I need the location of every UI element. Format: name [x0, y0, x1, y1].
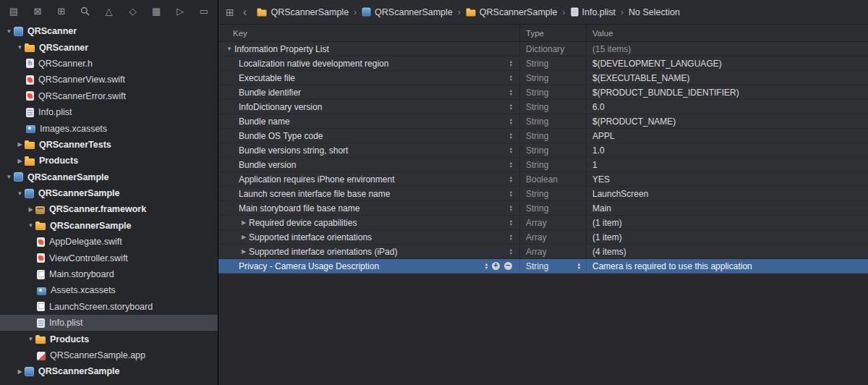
plist-value-cell[interactable]: $(PRODUCT_BUNDLE_IDENTIFIER)	[586, 85, 867, 99]
plist-type-cell[interactable]: String	[519, 114, 586, 128]
file-tree-item[interactable]: ▼QRScannerSample	[0, 169, 218, 185]
plist-type-cell[interactable]: Array	[519, 245, 586, 258]
key-stepper-icon[interactable]: ▴▾	[510, 234, 512, 240]
plist-value-cell[interactable]: $(DEVELOPMENT_LANGUAGE)	[586, 56, 867, 70]
plist-type-cell[interactable]: String	[519, 143, 586, 157]
plist-row[interactable]: Bundle version▴▾String1	[218, 158, 868, 172]
key-stepper-icon[interactable]: ▴▾	[510, 118, 512, 124]
file-tree-item[interactable]: QRScannerSample.app	[0, 347, 218, 363]
disclosure-triangle-icon[interactable]: ▶	[15, 158, 25, 164]
disclosure-triangle-icon[interactable]: ▶	[239, 248, 249, 255]
breadcrumb-item[interactable]: QRScannerSample	[466, 7, 558, 17]
file-tree-item[interactable]: ▼QRScanner	[0, 23, 218, 39]
disclosure-triangle-icon[interactable]: ▼	[4, 28, 14, 35]
plist-type-cell[interactable]: String	[519, 201, 586, 215]
key-stepper-icon[interactable]: ▴▾	[510, 132, 512, 139]
plist-value-cell[interactable]: YES	[586, 172, 867, 186]
plist-value-cell[interactable]: $(EXECUTABLE_NAME)	[586, 71, 867, 85]
plist-row[interactable]: ▼Information Property ListDictionary(15 …	[218, 42, 868, 56]
disclosure-triangle-icon[interactable]: ▼	[15, 44, 25, 51]
plist-row[interactable]: Localization native development region▴▾…	[218, 56, 868, 71]
key-stepper-icon[interactable]: ▴▾	[510, 219, 512, 226]
file-tree-item[interactable]: QRScannerError.swift	[0, 88, 218, 104]
disclosure-triangle-icon[interactable]: ▶	[239, 234, 249, 240]
plist-value-cell[interactable]: $(PRODUCT_NAME)	[586, 114, 867, 128]
disclosure-triangle-icon[interactable]: ▶	[26, 206, 35, 213]
plist-row[interactable]: ▶Supported interface orientations (iPad)…	[218, 245, 868, 259]
key-stepper-icon[interactable]: ▴▾	[510, 89, 512, 96]
plist-value-cell[interactable]: Main	[586, 201, 867, 215]
disclosure-triangle-icon[interactable]: ▼	[224, 46, 234, 52]
file-tree-item[interactable]: Info.plist	[0, 104, 218, 120]
plist-value-cell[interactable]: (15 items)	[586, 42, 867, 56]
file-tree-item[interactable]: Assets.xcassets	[0, 282, 218, 298]
file-tree-item[interactable]: ▶QRScanner.framework	[0, 201, 218, 217]
breadcrumb-item[interactable]: QRScannerSample	[257, 7, 349, 17]
source-control-icon[interactable]: ⊠	[32, 6, 43, 17]
file-tree-item[interactable]: QRScanner.h	[0, 56, 218, 72]
key-stepper-icon[interactable]: ▴▾	[510, 75, 512, 81]
file-tree-item[interactable]: ▼Products	[0, 331, 218, 347]
plist-type-cell[interactable]: String▴▾	[519, 259, 586, 273]
disclosure-triangle-icon[interactable]: ▶	[239, 219, 249, 226]
plist-type-cell[interactable]: String	[519, 56, 586, 70]
file-tree-item[interactable]: Info.plist	[0, 315, 218, 331]
plist-row[interactable]: Main storyboard file base name▴▾StringMa…	[218, 201, 868, 216]
key-stepper-icon[interactable]: ▴▾	[510, 176, 512, 182]
file-tree-item[interactable]: ViewController.swift	[0, 250, 218, 266]
key-stepper-icon[interactable]: ▴▾	[485, 263, 488, 269]
file-tree-item[interactable]: Images.xcassets	[0, 120, 218, 136]
file-tree-item[interactable]: AppDelegate.swift	[0, 234, 218, 250]
plist-row[interactable]: Privacy - Camera Usage Description▴▾+−St…	[218, 259, 868, 274]
breadcrumb-item[interactable]: No Selection	[629, 7, 680, 17]
file-tree-item[interactable]: ▼QRScannerSample	[0, 218, 218, 234]
plist-type-cell[interactable]: Array	[519, 230, 586, 244]
test-navigator-icon[interactable]: ◇	[127, 6, 138, 17]
plist-type-cell[interactable]: Dictionary	[519, 42, 586, 56]
disclosure-triangle-icon[interactable]: ▼	[26, 222, 35, 229]
column-header-key[interactable]: Key	[218, 25, 519, 41]
plist-row[interactable]: ▶Required device capabilities▴▾Array(1 i…	[218, 216, 868, 230]
plist-type-cell[interactable]: String	[519, 100, 586, 114]
report-navigator-icon[interactable]: ▭	[198, 6, 210, 17]
project-navigator-icon[interactable]: ▤	[8, 6, 20, 17]
plist-row[interactable]: Bundle identifier▴▾String$(PRODUCT_BUNDL…	[218, 85, 868, 100]
plist-type-cell[interactable]: Boolean	[519, 172, 586, 186]
plist-value-cell[interactable]: (1 item)	[586, 216, 867, 229]
plist-row[interactable]: Bundle OS Type code▴▾StringAPPL	[218, 129, 868, 143]
plist-value-cell[interactable]: 1	[586, 158, 867, 172]
key-stepper-icon[interactable]: ▴▾	[510, 60, 512, 67]
breadcrumb-item[interactable]: QRScannerSample	[362, 7, 453, 17]
plist-type-cell[interactable]: String	[519, 187, 586, 200]
debug-navigator-icon[interactable]: ▦	[150, 6, 162, 17]
file-tree-item[interactable]: Main.storyboard	[0, 266, 218, 282]
disclosure-triangle-icon[interactable]: ▼	[26, 336, 35, 342]
remove-row-button[interactable]: −	[504, 262, 512, 270]
plist-value-cell[interactable]: Camera is required to use this applicati…	[586, 259, 867, 273]
key-stepper-icon[interactable]: ▴▾	[510, 161, 512, 168]
disclosure-triangle-icon[interactable]: ▼	[4, 174, 14, 180]
disclosure-triangle-icon[interactable]: ▼	[15, 190, 25, 197]
plist-value-cell[interactable]: (1 item)	[586, 230, 867, 244]
plist-type-cell[interactable]: String	[519, 129, 586, 143]
back-button[interactable]: ‹	[243, 6, 247, 18]
plist-row[interactable]: Bundle name▴▾String$(PRODUCT_NAME)	[218, 114, 868, 129]
plist-row[interactable]: Application requires iPhone environment▴…	[218, 172, 868, 187]
key-stepper-icon[interactable]: ▴▾	[510, 103, 512, 110]
issue-navigator-icon[interactable]: △	[103, 6, 115, 17]
disclosure-triangle-icon[interactable]: ▶	[15, 368, 25, 375]
key-stepper-icon[interactable]: ▴▾	[510, 248, 512, 255]
type-dropdown-icon[interactable]: ▴▾	[578, 263, 580, 269]
file-tree-item[interactable]: LaunchScreen.storyboard	[0, 299, 218, 315]
column-header-value[interactable]: Value	[586, 25, 867, 41]
plist-value-cell[interactable]: (4 items)	[586, 245, 867, 258]
search-icon[interactable]	[80, 7, 91, 16]
file-tree-item[interactable]: ▶QRScannerSample	[0, 363, 218, 379]
plist-value-cell[interactable]: APPL	[586, 129, 867, 143]
plist-row[interactable]: Executable file▴▾String$(EXECUTABLE_NAME…	[218, 71, 868, 85]
file-tree-item[interactable]: ▼QRScanner	[0, 39, 218, 55]
disclosure-triangle-icon[interactable]: ▶	[15, 141, 25, 148]
plist-row[interactable]: ▶Supported interface orientations▴▾Array…	[218, 230, 868, 245]
plist-type-cell[interactable]: String	[519, 71, 586, 85]
breakpoint-navigator-icon[interactable]: ▷	[174, 6, 186, 17]
